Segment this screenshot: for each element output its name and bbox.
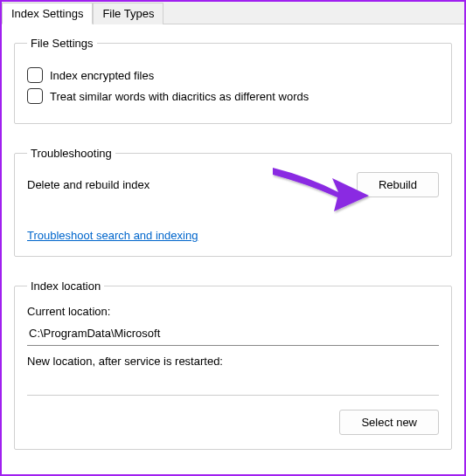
troubleshooting-group: Troubleshooting Delete and rebuild index… (14, 147, 452, 257)
file-settings-group: File Settings Index encrypted files Trea… (14, 37, 452, 124)
index-location-legend: Index location (27, 279, 104, 293)
index-location-group: Index location Current location: New loc… (14, 279, 452, 450)
delete-rebuild-label: Delete and rebuild index (27, 178, 150, 191)
rebuild-button[interactable]: Rebuild (357, 172, 439, 197)
select-new-button[interactable]: Select new (339, 410, 439, 435)
tab-strip: Index Settings File Types (2, 2, 464, 24)
new-location-field[interactable] (27, 371, 439, 396)
index-encrypted-checkbox[interactable] (27, 67, 43, 83)
file-settings-legend: File Settings (27, 37, 97, 50)
troubleshooting-legend: Troubleshooting (27, 147, 115, 160)
tab-file-types[interactable]: File Types (93, 3, 163, 24)
tab-content: File Settings Index encrypted files Trea… (2, 24, 464, 450)
diacritics-checkbox[interactable] (27, 88, 43, 104)
index-encrypted-label: Index encrypted files (50, 69, 154, 82)
current-location-label: Current location: (27, 305, 439, 318)
diacritics-label: Treat similar words with diacritics as d… (50, 90, 309, 103)
new-location-label: New location, after service is restarted… (27, 355, 439, 368)
dialog-window: Index Settings File Types File Settings … (0, 0, 466, 476)
tab-index-settings[interactable]: Index Settings (2, 3, 93, 24)
current-location-field[interactable] (27, 321, 439, 346)
troubleshoot-link[interactable]: Troubleshoot search and indexing (27, 229, 198, 242)
